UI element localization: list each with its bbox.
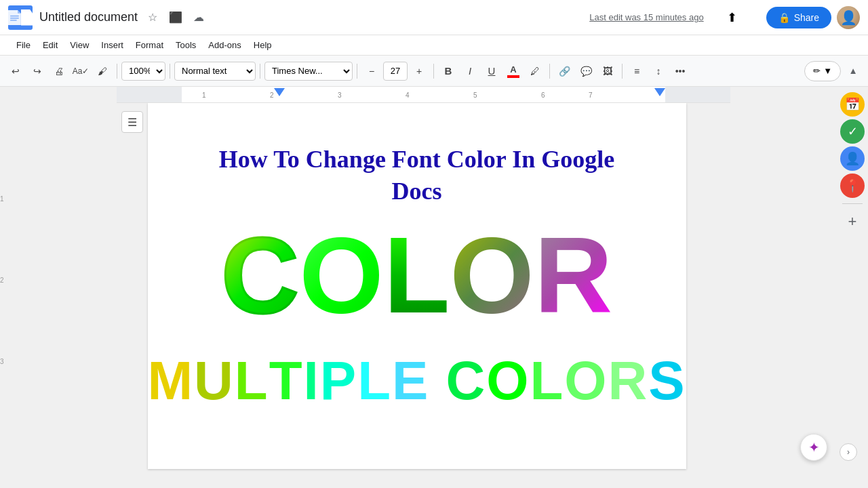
- ruler-right-margin-marker[interactable]: [654, 88, 665, 96]
- add-addon-button[interactable]: +: [840, 209, 865, 234]
- align-button[interactable]: ≡: [627, 61, 647, 81]
- divider-7: [622, 64, 623, 79]
- paragraph-style-select[interactable]: Normal text: [174, 62, 256, 81]
- menu-edit[interactable]: Edit: [37, 38, 63, 52]
- menu-format[interactable]: Format: [130, 38, 169, 52]
- star-button[interactable]: ☆: [143, 8, 162, 27]
- undo-button[interactable]: ↩: [5, 61, 26, 81]
- cloud-icon: ☁: [193, 11, 204, 24]
- share-icon: 🔒: [778, 12, 790, 23]
- svg-rect-1: [10, 15, 19, 16]
- insert-image-button[interactable]: 🖼: [597, 61, 618, 81]
- menu-addons[interactable]: Add-ons: [203, 38, 246, 52]
- expand-sidebar-button[interactable]: ›: [840, 443, 857, 461]
- highlight-button[interactable]: 🖊: [525, 61, 545, 81]
- title-right-area: ⬆ 🔒 Share 👤: [704, 6, 860, 29]
- svg-rect-2: [10, 18, 19, 19]
- svg-text:3: 3: [338, 92, 342, 99]
- font-size-area: − +: [361, 61, 429, 81]
- cloud-save-button[interactable]: ☁: [189, 8, 208, 27]
- collapse-toolbar-button[interactable]: ▲: [844, 62, 863, 81]
- user-avatar[interactable]: 👤: [837, 6, 860, 29]
- last-edit-text[interactable]: Last edit was 15 minutes ago: [589, 12, 703, 22]
- insert-comment-button[interactable]: 💬: [576, 61, 596, 81]
- line-spacing-icon: ↕: [656, 66, 661, 77]
- redo-icon: ↪: [33, 66, 41, 77]
- present-icon: ⬆: [727, 10, 737, 25]
- italic-button[interactable]: I: [460, 61, 480, 81]
- mc-letter-L1: L: [235, 350, 269, 412]
- mc-letter-S: S: [648, 350, 686, 412]
- edit-mode-button[interactable]: ✏ ▼: [804, 61, 841, 81]
- svg-text:4: 4: [406, 92, 410, 99]
- mc-letter-O3: O: [564, 350, 608, 412]
- document-panel: 1 2 3 4 5 6 7 ☰: [9, 87, 837, 488]
- menu-view[interactable]: View: [64, 38, 94, 52]
- menu-tools[interactable]: Tools: [170, 38, 201, 52]
- ai-icon: ✦: [808, 439, 820, 455]
- mc-letter-R: R: [608, 350, 649, 412]
- font-size-input[interactable]: [383, 62, 408, 81]
- paint-format-button[interactable]: 🖌: [92, 61, 113, 81]
- letter-O2: O: [450, 221, 534, 329]
- divider-6: [549, 64, 550, 79]
- svg-text:6: 6: [541, 92, 545, 99]
- line-2: 2: [0, 277, 8, 358]
- bold-button[interactable]: B: [438, 61, 458, 81]
- document-heading: How To Change Font Color In Google Docs: [197, 144, 637, 207]
- mc-letter-P: P: [320, 350, 357, 412]
- doc-icon: [8, 5, 33, 30]
- calendar-button[interactable]: 📅: [840, 92, 865, 117]
- paint-format-icon: 🖌: [98, 66, 107, 77]
- increase-font-icon: +: [416, 66, 422, 77]
- title-line1: How To Change Font Color In Google: [219, 146, 614, 173]
- tasks-button[interactable]: ✓: [840, 119, 865, 144]
- menu-insert[interactable]: Insert: [96, 38, 129, 52]
- ai-assistant-button[interactable]: ✦: [800, 434, 827, 461]
- document-page[interactable]: How To Change Font Color In Google Docs …: [148, 103, 686, 469]
- mc-letter-L3: L: [530, 350, 564, 412]
- share-label: Share: [794, 12, 819, 23]
- mc-letter-M: M: [147, 350, 194, 412]
- ruler-margin-left: [117, 87, 182, 102]
- redo-button[interactable]: ↪: [27, 61, 47, 81]
- menu-file[interactable]: File: [11, 38, 36, 52]
- comment-icon: 💬: [580, 66, 592, 77]
- present-button[interactable]: ⬆: [704, 6, 761, 29]
- outline-toggle[interactable]: ☰: [121, 111, 143, 133]
- decrease-font-icon: −: [369, 66, 374, 77]
- share-button[interactable]: 🔒 Share: [766, 7, 831, 28]
- pencil-icon: ✏: [813, 66, 821, 76]
- title-icons: ☆ ⬛ ☁: [143, 8, 208, 27]
- maps-icon: 📍: [845, 178, 860, 193]
- divider-2: [170, 64, 170, 79]
- doc-title[interactable]: Untitled document: [39, 10, 138, 24]
- line-spacing-button[interactable]: ↕: [648, 61, 669, 81]
- align-icon: ≡: [634, 66, 639, 77]
- contacts-button[interactable]: 👤: [840, 146, 865, 171]
- print-button[interactable]: 🖨: [49, 61, 69, 81]
- svg-text:5: 5: [473, 92, 477, 99]
- mc-letter-U: U: [194, 350, 235, 412]
- mc-space: [429, 350, 446, 412]
- edit-icon-area: ✏ ▼ ▲: [804, 61, 863, 81]
- main-area: 1 2 3 1 2 3 4 5 6 7: [0, 87, 868, 488]
- increase-font-button[interactable]: +: [409, 61, 429, 81]
- image-icon: 🖼: [603, 66, 612, 77]
- more-options-button[interactable]: •••: [670, 61, 690, 81]
- mc-letter-T: T: [269, 350, 304, 412]
- insert-link-button[interactable]: 🔗: [554, 61, 574, 81]
- ruler-indent-marker[interactable]: [274, 88, 285, 96]
- font-color-button[interactable]: A: [503, 61, 524, 81]
- decrease-font-button[interactable]: −: [361, 61, 382, 81]
- save-to-drive-button[interactable]: ⬛: [166, 8, 185, 27]
- font-select[interactable]: Times New...: [264, 62, 353, 81]
- add-icon: +: [848, 213, 857, 230]
- spellcheck-button[interactable]: Aa✓: [71, 61, 91, 81]
- underline-button[interactable]: U: [481, 61, 502, 81]
- zoom-select[interactable]: 100%: [121, 62, 165, 81]
- ruler: 1 2 3 4 5 6 7: [117, 87, 730, 103]
- menu-help[interactable]: Help: [248, 38, 277, 52]
- maps-button[interactable]: 📍: [840, 174, 865, 198]
- italic-icon: I: [469, 65, 471, 77]
